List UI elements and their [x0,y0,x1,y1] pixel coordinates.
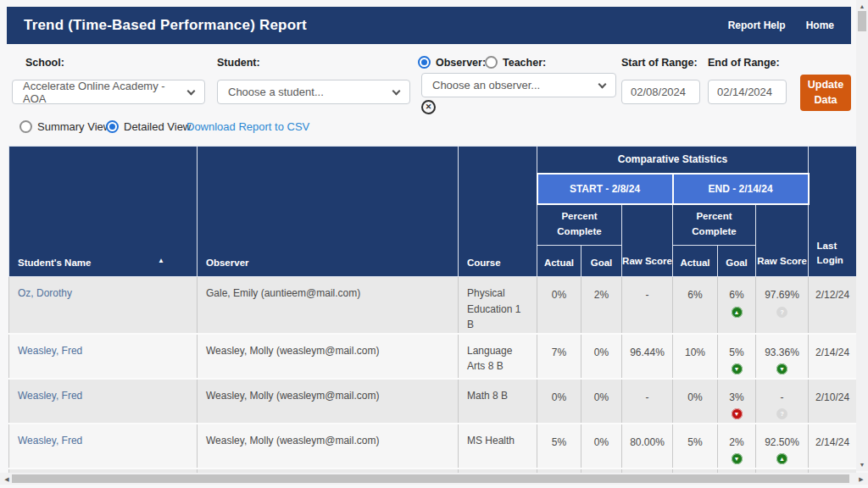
radio-unselected-icon [485,56,498,69]
vertical-scrollbar-thumb[interactable] [858,11,866,31]
column-header-goal: Goal [581,246,622,277]
scroll-right-icon[interactable] [855,476,867,483]
student-label: Student: [217,57,260,69]
stat-value: 2% [581,287,621,303]
stat-value: 80.00% [622,435,672,451]
column-header-student-name[interactable]: Student's Name [9,147,198,277]
app-header: Trend (Time-Based Performance) Report Re… [7,7,851,44]
stat-cell: 6% [673,277,718,334]
last-login-cell: 2/12/24 [809,277,856,334]
summary-view-label: Summary View [37,120,111,133]
stat-cell: 5%▼ [718,334,756,379]
chevron-down-icon [187,86,196,95]
stat-value: 5% [673,435,717,451]
vertical-scrollbar[interactable] [856,0,868,471]
horizontal-scrollbar[interactable] [0,473,868,485]
teacher-radio-label: Teacher: [503,57,546,69]
column-header-observer: Observer [198,147,459,277]
clear-selection-icon[interactable] [421,100,436,114]
scroll-up-icon[interactable] [856,3,868,9]
end-date-input[interactable] [708,80,787,104]
stat-value: 6% [673,287,717,303]
stat-value: 0% [673,390,717,406]
stat-value: 10% [673,345,717,361]
column-header-actual: Actual [673,246,718,277]
end-range-label: End of Range: [708,57,780,69]
detailed-view-radio[interactable]: Detailed View [106,120,191,133]
observer-select-placeholder: Choose an observer... [432,79,540,92]
sort-ascending-icon [158,257,164,264]
observer-cell: Gale, Emily (auntieem@mail.com) [198,277,459,334]
stat-cell: 0% [673,379,718,424]
stat-cell: 6%▲ [718,277,756,334]
update-data-button[interactable]: Update Data [800,75,851,111]
stat-value: 97.69% [756,287,808,303]
observer-select[interactable]: Choose an observer... [421,73,616,97]
stat-cell: 0% [581,334,622,379]
stat-value: 96.44% [622,345,672,361]
trend-down-icon: ▼ [732,453,743,464]
download-csv-link[interactable]: Download Report to CSV [186,120,309,133]
course-cell: Physical Education 1 B [459,277,537,334]
trend-down-icon: ▼ [732,408,743,419]
table-row: Oz, DorothyGale, Emily (auntieem@mail.co… [9,277,857,334]
stat-cell: 96.44% [622,334,673,379]
stat-cell: 0% [537,379,581,424]
horizontal-scrollbar-thumb[interactable] [12,474,849,483]
page-title: Trend (Time-Based Performance) Report [24,17,728,34]
student-select[interactable]: Choose a student... [217,80,410,104]
stat-value: 6% [718,287,755,303]
scroll-left-icon[interactable] [1,476,13,483]
summary-view-radio[interactable]: Summary View [19,120,111,133]
home-link[interactable]: Home [806,19,834,31]
student-name-cell[interactable]: Oz, Dorothy [9,277,198,334]
student-name-cell[interactable]: Weasley, Fred [9,424,198,469]
column-header-raw-score: Raw Score [622,204,673,277]
observer-radio[interactable]: Observer: [418,56,486,69]
column-header-end-band: END - 2/14/24 [673,174,809,204]
stat-cell: 92.50%▲ [756,424,809,469]
stat-value: - [622,287,672,303]
column-header-start-band: START - 2/8/24 [537,174,673,204]
stat-value: 0% [537,390,581,406]
course-cell: MS Health [459,424,537,469]
start-range-label: Start of Range: [621,57,698,69]
stat-value: 5% [537,435,581,451]
radio-selected-icon [106,120,119,133]
course-cell: Math 8 B [459,379,537,424]
observer-radio-label: Observer: [436,57,486,69]
header-nav: Report Help Home [728,19,834,31]
stat-value: 0% [581,435,621,451]
stat-value: 0% [581,345,621,361]
student-name-cell[interactable]: Weasley, Fred [9,334,198,379]
stat-cell: 2%▼ [718,424,756,469]
observer-cell: Weasley, Molly (weasleym@mail.com) [198,424,459,469]
trend-up-icon: ▲ [776,453,787,464]
column-header-last-login: Last Login [809,147,856,277]
stat-cell: 5% [673,424,718,469]
last-login-cell: 2/14/24 [809,334,856,379]
stat-value: 93.36% [756,345,808,361]
stat-value: 3% [718,390,755,406]
stat-cell: 5% [537,424,581,469]
stat-cell: 0% [581,424,622,469]
scroll-down-icon[interactable] [856,462,868,468]
start-date-input[interactable] [621,80,700,104]
stat-value: 7% [537,345,581,361]
table-row: Weasley, FredWeasley, Molly (weasleym@ma… [9,334,857,379]
radio-unselected-icon [19,120,32,133]
student-name-cell[interactable]: Weasley, Fred [9,379,198,424]
column-header-actual: Actual [537,246,581,277]
school-select[interactable]: Accelerate Online Academy - AOA [12,80,205,104]
report-help-link[interactable]: Report Help [728,19,786,31]
stat-value: 5% [718,345,755,361]
stat-value: 92.50% [756,435,808,451]
column-header-raw-score: Raw Score [756,204,809,277]
question-icon: ? [776,408,787,419]
table-row: Weasley, FredWeasley, Molly (weasleym@ma… [9,424,857,469]
chevron-down-icon [392,86,401,95]
stat-value: - [622,390,672,406]
trend-up-icon: ▲ [732,307,743,318]
teacher-radio[interactable]: Teacher: [485,56,546,69]
student-select-placeholder: Choose a student... [228,86,324,98]
